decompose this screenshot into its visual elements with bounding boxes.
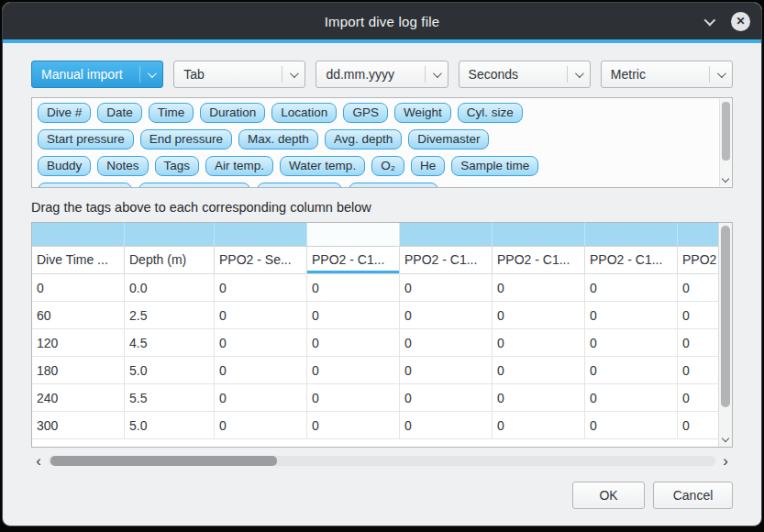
- table-cell: 0: [678, 357, 718, 384]
- column-drop-cell[interactable]: [678, 223, 718, 247]
- drag-tag[interactable]: Sample depth: [38, 183, 132, 188]
- scrollbar-thumb[interactable]: [50, 456, 277, 466]
- table-cell: 0: [215, 412, 307, 439]
- drag-tag[interactable]: GPS: [343, 103, 388, 123]
- table-cell: 0: [585, 302, 678, 329]
- drag-tag[interactable]: Buddy: [38, 156, 91, 176]
- table-cell: 0: [400, 384, 493, 412]
- table-cell: 5.5: [125, 384, 215, 412]
- table-row: 1204.5000000: [32, 329, 718, 357]
- drag-tag[interactable]: Sample time: [451, 156, 538, 176]
- drag-tag[interactable]: Cyl. size: [458, 103, 523, 123]
- drag-tag[interactable]: Divemaster: [408, 129, 489, 150]
- drag-tag[interactable]: Date: [97, 103, 142, 123]
- drag-tag[interactable]: Air temp.: [205, 156, 273, 176]
- ok-button[interactable]: OK: [572, 482, 645, 509]
- drag-tag[interactable]: Start pressure: [38, 129, 134, 150]
- table-cell: 0: [215, 357, 307, 384]
- table-header-row: Dive Time ...Depth (m)PPO2 - Se...PPO2 -…: [32, 247, 718, 274]
- column-drop-cell[interactable]: [585, 223, 678, 247]
- drag-tag[interactable]: Sample CNS: [349, 183, 438, 188]
- table-cell: 0: [307, 302, 400, 329]
- combobox-separator: [139, 66, 140, 83]
- scrollbar-track[interactable]: [49, 456, 715, 466]
- column-drop-cell[interactable]: [215, 223, 307, 247]
- table-cell: 0: [400, 412, 493, 439]
- field-separator-combobox[interactable]: Tab: [173, 61, 305, 88]
- cancel-button[interactable]: Cancel: [653, 482, 733, 509]
- table-cell: 2.5: [125, 302, 215, 329]
- scroll-down-icon[interactable]: [722, 175, 729, 183]
- column-drop-cell[interactable]: [400, 223, 493, 247]
- table-cell: 0: [215, 384, 307, 412]
- drag-tag[interactable]: Max. depth: [238, 129, 318, 150]
- date-format-combobox[interactable]: dd.mm.yyyy: [316, 61, 448, 88]
- scroll-right-icon[interactable]: ›: [718, 455, 733, 467]
- table-row: 2405.5000000: [32, 384, 718, 412]
- tag-rows: Dive #DateTimeDurationLocationGPSWeightC…: [32, 98, 732, 188]
- drag-tag[interactable]: Duration: [200, 103, 265, 123]
- drag-tag[interactable]: Weight: [394, 103, 451, 123]
- chevron-down-icon: [433, 69, 442, 78]
- drag-tag[interactable]: Time: [149, 103, 194, 123]
- table-cell: 60: [32, 302, 125, 329]
- drag-tag[interactable]: Tags: [155, 156, 200, 176]
- table-cell: 0: [307, 274, 400, 302]
- table-vertical-scrollbar[interactable]: [718, 223, 732, 447]
- scroll-left-icon[interactable]: ‹: [31, 455, 46, 467]
- column-drop-cell[interactable]: [493, 223, 585, 247]
- table-cell: 0: [585, 357, 678, 384]
- drag-tag[interactable]: Location: [271, 103, 337, 123]
- drag-tag[interactable]: Notes: [97, 156, 148, 176]
- drag-tag[interactable]: Avg. depth: [325, 129, 402, 150]
- table-cell: 0: [678, 329, 718, 357]
- drag-tag[interactable]: Dive #: [38, 103, 91, 123]
- combobox-separator: [709, 66, 710, 83]
- table-cell: 0: [307, 329, 400, 357]
- scrollbar-thumb[interactable]: [722, 102, 730, 161]
- column-header-cell: Dive Time ...: [32, 247, 125, 274]
- table-cell: 0: [585, 412, 678, 439]
- drag-tag[interactable]: Sample pressure: [138, 183, 250, 188]
- column-drop-cell[interactable]: [125, 223, 215, 247]
- chevron-down-icon: [575, 69, 584, 78]
- column-drop-cell[interactable]: [307, 223, 400, 247]
- drag-instruction-text: Drag the tags above to each correspondin…: [31, 200, 733, 215]
- table-cell: 0: [585, 384, 678, 412]
- table-cell: 0: [400, 329, 493, 357]
- table-cell: 0: [493, 274, 585, 302]
- table-row: 3005.0000000: [32, 412, 718, 439]
- units-combobox[interactable]: Metric: [601, 61, 733, 88]
- scroll-down-icon[interactable]: [722, 435, 729, 442]
- import-mode-combobox[interactable]: Manual import: [31, 61, 163, 88]
- table-row: 602.5000000: [32, 302, 718, 329]
- combobox-value: dd.mm.yyyy: [326, 67, 420, 82]
- table-cell: 0: [400, 274, 493, 302]
- scrollbar-thumb[interactable]: [721, 226, 730, 407]
- drag-tag[interactable]: Sample pO₂: [257, 183, 342, 188]
- column-drop-cell[interactable]: [32, 223, 125, 247]
- drag-tag[interactable]: He: [411, 156, 445, 176]
- column-header-cell: PPO2 - C1...: [307, 247, 400, 274]
- table-row: 1805.0000000: [32, 357, 718, 384]
- tag-panel: Dive #DateTimeDurationLocationGPSWeightC…: [31, 97, 733, 188]
- drag-tag[interactable]: Water temp.: [280, 156, 365, 176]
- table-cell: 120: [32, 329, 125, 357]
- table-horizontal-scrollbar[interactable]: ‹ ›: [31, 454, 733, 468]
- column-header-cell: PPO2 - Se...: [215, 247, 307, 274]
- column-header-cell: Depth (m): [125, 247, 215, 274]
- table-cell: 180: [32, 357, 125, 384]
- combobox-separator: [282, 66, 282, 83]
- duration-format-combobox[interactable]: Seconds: [459, 61, 591, 88]
- table-cell: 0: [493, 357, 585, 384]
- titlebar: Import dive log file ✕: [3, 3, 761, 39]
- tag-panel-scrollbar[interactable]: [719, 99, 731, 186]
- drag-tag[interactable]: O₂: [371, 156, 404, 176]
- tag-row: Dive #DateTimeDurationLocationGPSWeightC…: [38, 103, 726, 123]
- table-cell: 0: [400, 302, 493, 329]
- drag-tag[interactable]: End pressure: [140, 129, 232, 150]
- table-cell: 4.5: [125, 329, 215, 357]
- table-cell: 5.0: [125, 412, 215, 439]
- table-cell: 0: [493, 384, 585, 412]
- close-icon[interactable]: ✕: [731, 12, 750, 31]
